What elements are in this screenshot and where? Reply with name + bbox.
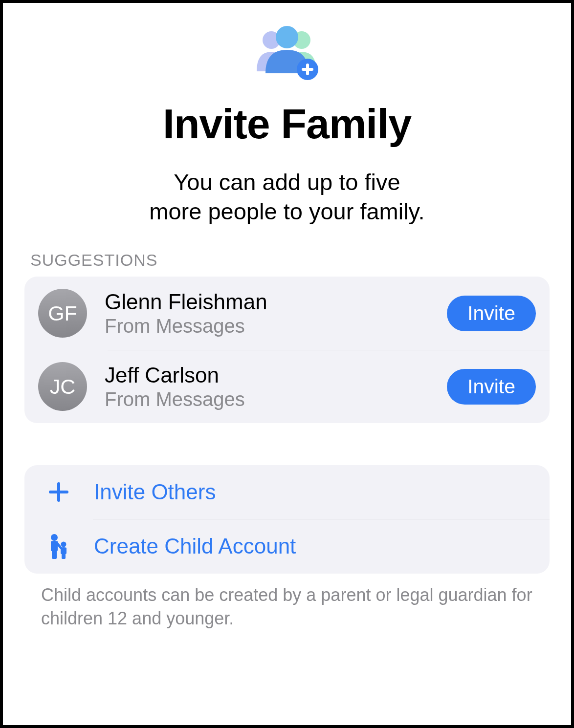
parent-child-icon [44, 534, 73, 559]
avatar: GF [38, 289, 87, 338]
plus-icon [44, 481, 73, 503]
svg-point-2 [276, 26, 298, 48]
svg-point-9 [61, 542, 66, 547]
actions-card: Invite Others Create Child Account [24, 465, 550, 574]
person-source: From Messages [105, 315, 447, 337]
subtitle-line-2: more people to your family. [149, 198, 424, 224]
family-add-icon [24, 22, 550, 81]
suggestion-person: Jeff Carlson From Messages [105, 363, 447, 411]
svg-rect-7 [49, 491, 68, 493]
subtitle-line-1: You can add up to five [174, 169, 400, 195]
footer-note: Child accounts can be created by a paren… [41, 583, 533, 630]
invite-others-row[interactable]: Invite Others [24, 465, 550, 519]
create-child-account-row[interactable]: Create Child Account [24, 519, 550, 574]
suggestion-row: JC Jeff Carlson From Messages Invite [24, 350, 550, 423]
person-name: Glenn Fleishman [105, 290, 447, 315]
person-name: Jeff Carlson [105, 363, 447, 388]
suggestions-card: GF Glenn Fleishman From Messages Invite … [24, 277, 550, 423]
suggestion-row: GF Glenn Fleishman From Messages Invite [24, 277, 550, 350]
svg-rect-5 [302, 68, 313, 71]
create-child-account-label: Create Child Account [94, 534, 296, 558]
invite-button[interactable]: Invite [447, 296, 536, 331]
invite-others-label: Invite Others [94, 480, 216, 504]
invite-button[interactable]: Invite [447, 369, 536, 405]
page-subtitle: You can add up to five more people to yo… [24, 168, 550, 226]
avatar: JC [38, 362, 87, 411]
person-source: From Messages [105, 388, 447, 410]
svg-point-8 [51, 534, 58, 541]
suggestion-person: Glenn Fleishman From Messages [105, 290, 447, 338]
page-title: Invite Family [24, 100, 550, 148]
suggestions-label: SUGGESTIONS [30, 251, 550, 270]
